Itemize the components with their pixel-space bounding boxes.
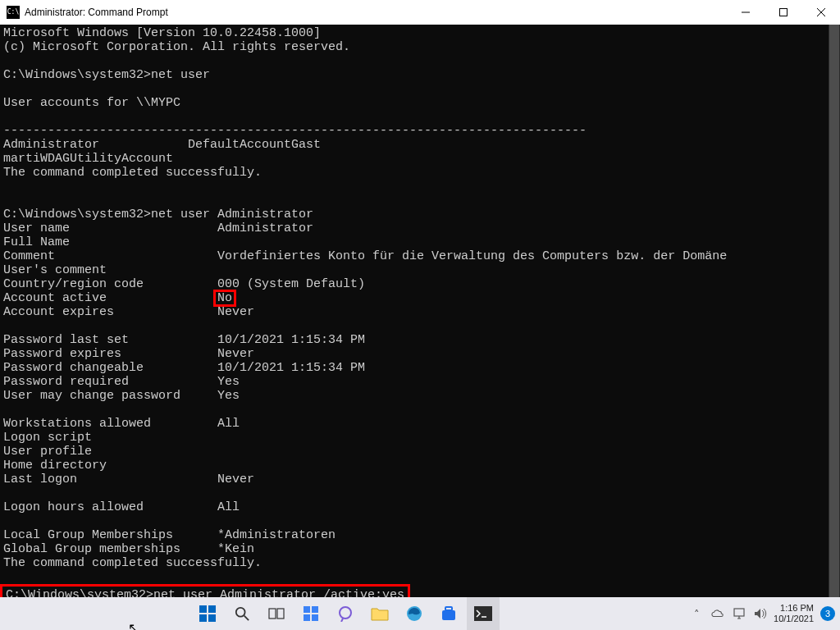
taskbar: ˄ 1:16 PM10/1/2021 3 [0, 597, 840, 630]
window-title: Administrator: Command Prompt [25, 7, 168, 18]
scrollbar-thumb[interactable] [829, 25, 839, 597]
terminal-area[interactable]: Microsoft Windows [Version 10.0.22458.10… [0, 25, 840, 597]
cmd-app-icon: C:\ [7, 6, 20, 19]
svg-rect-17 [734, 609, 744, 616]
tray-overflow-icon[interactable]: ˄ [690, 607, 703, 620]
titlebar: C:\ Administrator: Command Prompt [0, 0, 840, 25]
explorer-button[interactable] [363, 597, 396, 630]
widgets-button[interactable] [294, 597, 327, 630]
edge-button[interactable] [398, 597, 431, 630]
network-icon[interactable] [733, 607, 746, 620]
terminal-button[interactable] [467, 597, 500, 630]
svg-rect-10 [304, 614, 310, 621]
minimize-button[interactable] [727, 0, 765, 25]
region-code-value: 000 [217, 277, 240, 291]
svg-rect-3 [199, 614, 207, 622]
search-button[interactable] [226, 597, 258, 630]
svg-point-12 [340, 607, 351, 619]
account-active-highlight: No [215, 291, 235, 305]
close-button[interactable] [802, 0, 840, 25]
svg-rect-9 [312, 606, 318, 613]
svg-rect-0 [780, 9, 788, 16]
notification-badge[interactable]: 3 [820, 606, 835, 621]
task-view-button[interactable] [260, 597, 293, 630]
system-tray[interactable]: ˄ [690, 607, 767, 620]
svg-rect-7 [277, 609, 284, 619]
volume-icon[interactable] [754, 607, 767, 620]
typed-command-1: net user [151, 68, 210, 82]
svg-rect-14 [442, 610, 455, 620]
svg-point-5 [235, 608, 244, 617]
svg-rect-8 [304, 606, 310, 613]
chat-button[interactable] [329, 597, 362, 630]
svg-rect-15 [445, 607, 452, 610]
typed-command-2: net user Administrator [151, 208, 313, 221]
svg-rect-1 [199, 605, 207, 613]
svg-rect-16 [474, 606, 492, 621]
svg-rect-2 [208, 605, 216, 613]
clock[interactable]: 1:16 PM10/1/2021 [774, 603, 814, 624]
onedrive-icon[interactable] [711, 607, 724, 620]
svg-rect-4 [208, 614, 216, 622]
svg-rect-6 [269, 609, 276, 619]
mouse-cursor: ↖ [128, 620, 139, 630]
scrollbar[interactable] [829, 25, 840, 597]
terminal-output: Microsoft Windows [Version 10.0.22458.10… [0, 25, 829, 597]
start-button[interactable] [191, 597, 224, 630]
store-button[interactable] [432, 597, 465, 630]
svg-rect-11 [312, 614, 318, 621]
maximize-button[interactable] [765, 0, 802, 25]
